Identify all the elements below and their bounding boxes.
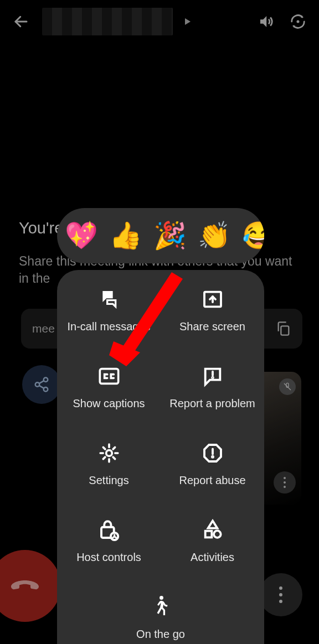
svg-point-4 xyxy=(44,378,48,382)
captions-icon xyxy=(96,363,122,389)
emoji-reactions-bar: 💖 👍 🎉 👏 😂 xyxy=(57,208,264,263)
svg-marker-1 xyxy=(260,16,266,27)
emoji-party[interactable]: 🎉 xyxy=(153,220,187,252)
emoji-thumbs-up[interactable]: 👍 xyxy=(109,220,142,252)
settings-button[interactable]: Settings xyxy=(57,436,161,492)
svg-line-7 xyxy=(39,381,44,383)
svg-point-23 xyxy=(214,531,221,538)
svg-rect-3 xyxy=(281,326,289,335)
activities-button[interactable]: Activities xyxy=(161,513,264,569)
dropdown-icon[interactable] xyxy=(185,18,191,25)
label: On the go xyxy=(136,627,185,641)
emoji-heart[interactable]: 💖 xyxy=(65,220,98,252)
report-abuse-button[interactable]: Report abuse xyxy=(161,436,264,492)
label: In-call messages xyxy=(67,320,150,334)
label: Report abuse xyxy=(179,474,245,487)
lock-person-icon xyxy=(96,517,122,543)
label: Report a problem xyxy=(169,397,255,411)
svg-point-17 xyxy=(212,456,213,458)
emoji-clap[interactable]: 👏 xyxy=(198,220,231,252)
share-link-button[interactable] xyxy=(22,365,61,404)
svg-point-24 xyxy=(160,596,163,600)
emoji-laugh[interactable]: 😂 xyxy=(242,220,264,252)
more-options-sheet: In-call messages Share screen Show capti… xyxy=(57,270,264,644)
host-controls-button[interactable]: Host controls xyxy=(57,513,161,569)
svg-point-5 xyxy=(35,382,40,387)
camera-switch-icon[interactable] xyxy=(287,11,309,33)
meeting-link-text: mee xyxy=(32,322,55,335)
svg-rect-22 xyxy=(205,531,212,538)
walking-icon xyxy=(148,594,173,620)
participant-title-redacted xyxy=(42,8,173,35)
svg-rect-11 xyxy=(100,369,118,384)
feedback-icon xyxy=(200,363,225,389)
svg-marker-21 xyxy=(208,521,217,528)
show-captions-button[interactable]: Show captions xyxy=(57,359,161,415)
shapes-icon xyxy=(200,517,225,543)
mic-muted-icon xyxy=(279,378,296,395)
svg-point-2 xyxy=(297,20,300,23)
label: Share screen xyxy=(179,320,245,334)
svg-line-8 xyxy=(39,386,44,388)
copy-icon[interactable] xyxy=(276,321,291,336)
on-the-go-button[interactable]: On the go xyxy=(57,590,264,644)
svg-line-9 xyxy=(284,383,291,390)
label: Settings xyxy=(89,474,128,487)
volume-icon[interactable] xyxy=(255,11,277,33)
report-problem-button[interactable]: Report a problem xyxy=(161,359,264,415)
present-icon xyxy=(200,287,225,312)
label: Show captions xyxy=(73,397,145,411)
in-call-messages-button[interactable]: In-call messages xyxy=(57,282,161,338)
svg-point-6 xyxy=(44,387,48,392)
chat-icon xyxy=(96,287,122,312)
svg-point-14 xyxy=(106,450,112,456)
gear-icon xyxy=(96,440,122,466)
share-screen-button[interactable]: Share screen xyxy=(161,282,264,338)
more-options-button[interactable] xyxy=(259,573,302,616)
self-view-more-icon[interactable] xyxy=(274,471,296,494)
svg-point-20 xyxy=(113,534,115,536)
back-button[interactable] xyxy=(10,11,32,33)
svg-point-13 xyxy=(212,377,213,378)
end-call-button[interactable] xyxy=(0,550,61,622)
label: Host controls xyxy=(76,550,141,564)
label: Activities xyxy=(191,550,234,564)
report-icon xyxy=(200,440,225,466)
top-bar xyxy=(0,0,319,43)
